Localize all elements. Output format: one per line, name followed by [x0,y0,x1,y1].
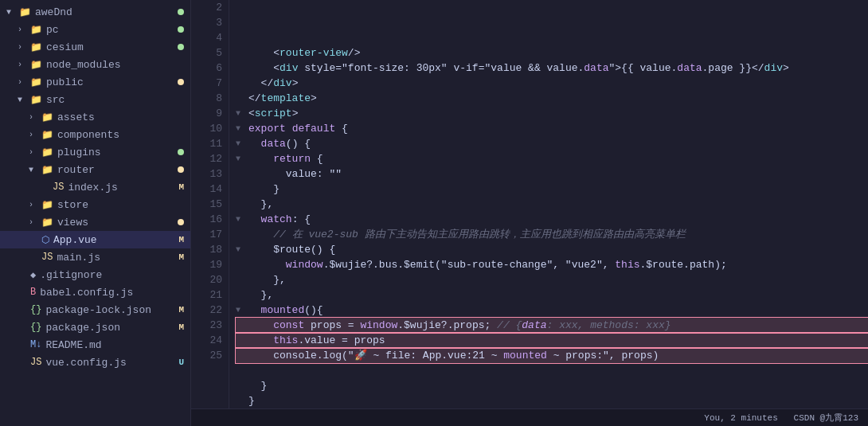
fold-arrow[interactable]: ▼ [236,303,248,318]
code-text: watch: { [248,212,311,227]
sidebar-item-router[interactable]: ▼📁router [0,161,190,178]
fold-arrow[interactable]: ▼ [236,136,248,151]
sidebar-item-aweDnd[interactable]: ▼📁aweDnd [0,3,190,21]
sidebar-item-main-js[interactable]: JSmain.jsM [0,248,190,266]
code-line: } [236,182,868,197]
line-number: 4 [197,30,222,45]
line-number: 19 [197,257,222,272]
sidebar-item-label: node_modules [46,59,121,71]
line-number: 21 [197,287,222,303]
sidebar-item-label: public [46,76,84,88]
fold-arrow[interactable]: ▼ [236,212,248,227]
sidebar-item-views[interactable]: ›📁views [0,213,190,231]
sidebar-item-label: assets [57,111,95,123]
chevron-icon: › [29,148,38,157]
vue-icon: ⬡ [41,234,49,246]
status-dot [178,79,184,85]
code-text: const props = window.$wujie?.props; // {… [248,318,671,333]
status-dot [178,26,184,33]
sidebar-item-label: App.vue [53,234,97,246]
code-text: } [248,378,267,393]
sidebar-item-label: aweDnd [35,6,72,18]
code-area: 2345678910111213141516171819202122232425… [191,0,868,408]
sidebar-item-README-md[interactable]: M↓README.md [0,336,190,354]
folder-icon: 📁 [41,111,53,123]
sidebar-item-label: router [57,164,95,176]
code-text: $route() { [248,242,335,257]
code-text: console.log("🚀 ~ file: App.vue:21 ~ moun… [248,348,659,363]
chevron-icon: › [18,25,27,34]
chevron-icon: › [29,201,38,209]
code-text: </template> [248,91,317,106]
sidebar-item-label: package-lock.json [45,304,151,316]
sidebar-item-label: views [57,217,88,229]
folder-icon: 📁 [30,59,42,71]
badge-modified: M [178,322,184,332]
line-number: 17 [197,227,222,242]
chevron-icon: ▼ [29,166,38,174]
status-dot [178,219,184,225]
sidebar-item-plugins[interactable]: ›📁plugins [0,143,190,161]
code-line: </template> [236,91,868,106]
status-bar: You, 2 minutes CSDN @九霄123 [191,408,868,426]
chevron-icon: › [29,218,38,227]
json-icon: {} [30,304,41,315]
sidebar-item-label: .gitignore [40,269,102,281]
code-text: data() { [248,136,311,151]
line-number: 3 [197,15,222,30]
code-text: window.$wujie?.bus.$emit("sub-route-chan… [248,257,727,272]
sidebar-item-pc[interactable]: ›📁pc [0,21,190,38]
sidebar-item-assets[interactable]: ›📁assets [0,108,190,126]
code-text: <router-view/> [248,45,360,61]
sidebar-item-label: vue.config.js [45,357,126,369]
sidebar-item-cesium[interactable]: ›📁cesium [0,38,190,56]
code-line: }, [236,197,868,212]
code-line: ▼ mounted(){ [236,303,868,318]
file-explorer[interactable]: ▼📁aweDnd›📁pc›📁cesium›📁node_modules›📁publ… [0,0,191,426]
line-number: 20 [197,272,222,287]
code-text: } [248,393,255,408]
sidebar-item-src[interactable]: ▼📁src [0,91,190,108]
code-line: </div> [236,76,868,91]
fold-arrow[interactable]: ▼ [236,151,248,166]
line-number: 10 [197,121,222,136]
sidebar-item-App-vue[interactable]: ⬡App.vueM [0,231,190,248]
code-text: value: "" [248,166,342,182]
sidebar-item-vue-config-js[interactable]: JSvue.config.jsU [0,354,190,371]
sidebar-item--gitignore[interactable]: ◆.gitignore [0,266,190,283]
folder-icon: 📁 [30,94,42,106]
line-number: 24 [197,333,222,348]
line-number: 11 [197,136,222,151]
folder-icon: 📁 [30,76,42,88]
sidebar-item-public[interactable]: ›📁public [0,73,190,91]
line-number: 8 [197,91,222,106]
fold-arrow[interactable]: ▼ [236,242,248,257]
fold-arrow[interactable]: ▼ [236,121,248,136]
sidebar-item-label: src [46,94,65,106]
file-icon: ◆ [30,269,36,281]
line-number: 13 [197,166,222,182]
sidebar-item-node-modules[interactable]: ›📁node_modules [0,56,190,73]
chevron-icon: › [18,61,27,69]
sidebar-item-package-json[interactable]: {}package.jsonM [0,319,190,336]
line-number: 23 [197,318,222,333]
badge-modified: M [178,182,184,192]
code-line: this.value = props [236,333,868,348]
code-line: <router-view/> [236,45,868,61]
code-line: }, [236,272,868,287]
code-line: // 在 vue2-sub 路由下主动告知主应用路由跳转，主应用也跳到相应路由由… [236,227,868,242]
sidebar-item-components[interactable]: ›📁components [0,126,190,143]
sidebar-item-babel-config-js[interactable]: Bbabel.config.js [0,283,190,301]
code-line: ▼ watch: { [236,212,868,227]
code-text: <script> [248,106,298,121]
sidebar-item-package-lock-json[interactable]: {}package-lock.jsonM [0,301,190,319]
sidebar-item-index-js[interactable]: JSindex.jsM [0,178,190,196]
fold-arrow[interactable]: ▼ [236,106,248,121]
code-text: <div style="font-size: 30px" v-if="value… [248,61,789,76]
line-number: 7 [197,76,222,91]
code-text: }, [248,272,286,287]
folder-icon: 📁 [19,6,31,18]
sidebar-item-store[interactable]: ›📁store [0,196,190,213]
code-line: } [236,393,868,408]
folder-icon: 📁 [41,199,53,211]
